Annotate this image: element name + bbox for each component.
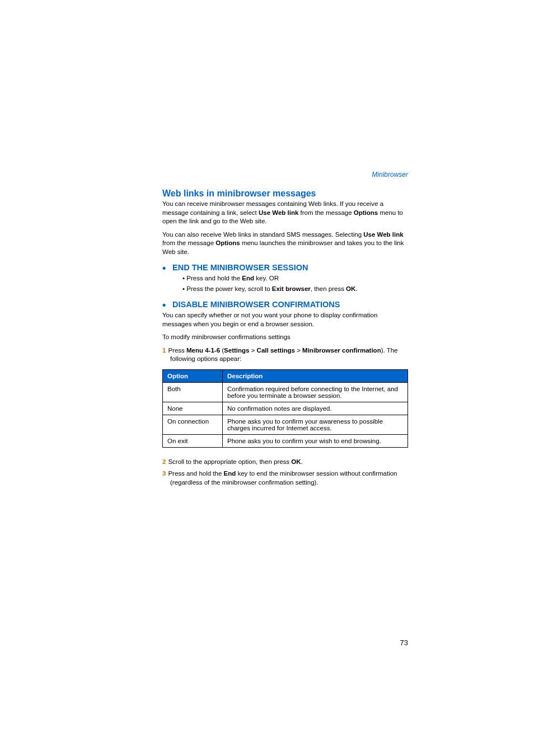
cell-option: Both [163, 382, 223, 402]
page-number: 73 [400, 638, 408, 647]
text: Scroll to the appropriate option, then p… [168, 458, 291, 465]
heading-disable-confirmations: •DISABLE MINIBROWSER CONFIRMATIONS [162, 300, 408, 309]
text-bold: End [242, 275, 254, 281]
header-description: Description [223, 369, 408, 382]
cell-description: No confirmation notes are displayed. [223, 402, 408, 415]
text: Press [168, 347, 186, 354]
text: key. OR [254, 275, 279, 281]
step-3: 3Press and hold the End key to end the m… [162, 469, 408, 487]
text: , then press [311, 285, 346, 292]
text-bold: Use Web link [259, 209, 298, 216]
text-bold: Use Web link [363, 231, 403, 238]
heading-end-session: •END THE MINIBROWSER SESSION [162, 263, 408, 272]
breadcrumb: Minibrowser [162, 171, 408, 179]
text-bold: Menu 4-1-6 [186, 347, 220, 354]
text-bold: OK [346, 285, 355, 292]
text-bold: Call settings [257, 347, 295, 354]
text-bold: Exit browser [272, 285, 311, 292]
weblinks-paragraph-2: You can also receive Web links in standa… [162, 231, 408, 257]
disable-paragraph-1: You can specify whether or not you want … [162, 311, 408, 328]
text: . [301, 458, 303, 465]
heading-text: DISABLE MINIBROWSER CONFIRMATIONS [172, 300, 340, 309]
disable-paragraph-2: To modify minibrowser confirmations sett… [162, 333, 408, 342]
cell-description: Phone asks you to confirm your awareness… [223, 415, 408, 434]
text: > [295, 347, 302, 354]
text: Press the power key, scroll to [186, 285, 272, 292]
text: from the message [162, 240, 216, 246]
table-row: On connection Phone asks you to confirm … [163, 415, 408, 434]
end-bullet-1: Press and hold the End key. OR [182, 274, 408, 283]
table-row: None No confirmation notes are displayed… [163, 402, 408, 415]
heading-text: END THE MINIBROWSER SESSION [172, 263, 308, 272]
heading-web-links: Web links in minibrowser messages [162, 189, 408, 199]
text: . [355, 285, 357, 292]
text: Press and hold the [186, 275, 242, 281]
cell-option: None [163, 402, 223, 415]
bullet-icon: • [162, 303, 172, 308]
weblinks-paragraph-1: You can receive minibrowser messages con… [162, 200, 408, 226]
end-bullet-2: Press the power key, scroll to Exit brow… [182, 285, 408, 294]
cell-option: On exit [163, 434, 223, 447]
step-1: 1Press Menu 4-1-6 (Settings > Call setti… [162, 346, 408, 364]
text: You can also receive Web links in standa… [162, 231, 363, 238]
text-bold: Minibrowser confirmation [302, 347, 381, 354]
text-bold: End [224, 470, 236, 477]
step-number: 3 [162, 470, 168, 477]
step-number: 1 [162, 347, 168, 354]
text-bold: Options [216, 240, 240, 246]
text: Press and hold the [168, 470, 223, 477]
cell-description: Phone asks you to confirm your wish to e… [223, 434, 408, 447]
table-row: Both Confirmation required before connec… [163, 382, 408, 402]
text-bold: Options [354, 209, 378, 216]
step-2: 2Scroll to the appropriate option, then … [162, 458, 408, 467]
text-bold: Settings [224, 347, 249, 354]
header-option: Option [163, 369, 223, 382]
cell-option: On connection [163, 415, 223, 434]
table-row: On exit Phone asks you to confirm your w… [163, 434, 408, 447]
text: from the message [298, 209, 353, 216]
cell-description: Confirmation required before connecting … [223, 382, 408, 402]
text-bold: OK [291, 458, 301, 465]
table-header-row: Option Description [163, 369, 408, 382]
text: > [249, 347, 256, 354]
bullet-icon: • [162, 266, 172, 271]
step-number: 2 [162, 458, 168, 465]
options-table: Option Description Both Confirmation req… [162, 369, 408, 448]
